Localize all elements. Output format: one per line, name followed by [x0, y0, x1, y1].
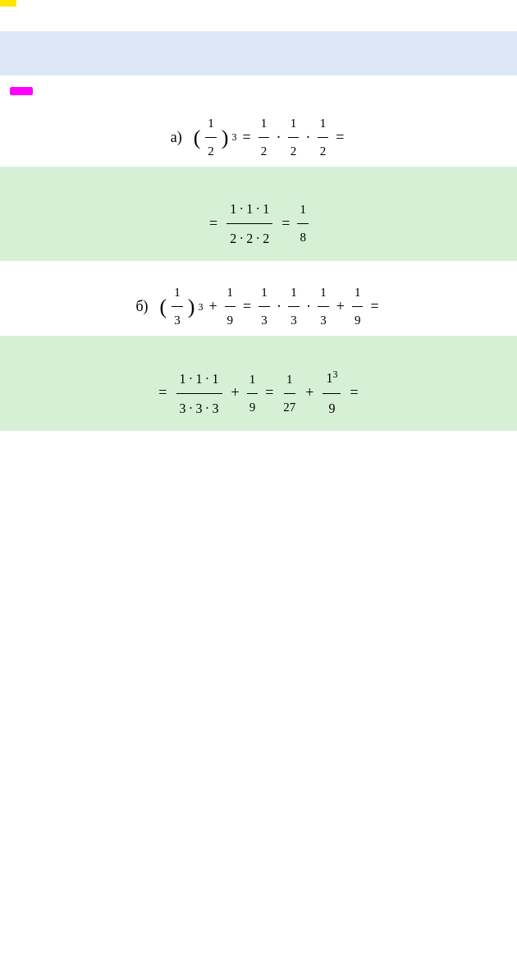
part-b-result-frac2: 1 9	[247, 366, 258, 421]
part-b-base-frac: 1 3	[172, 279, 183, 334]
part-b-result: = 1 · 1 · 1 3 · 3 · 3 + 1 9 = 1 27 + 13 …	[0, 355, 517, 431]
problem-header	[0, 0, 517, 31]
part-b-frac1: 1 3	[258, 279, 270, 334]
part-a-close-paren: )	[222, 127, 229, 149]
part-a-math-line: а) ( 1 2 ) 3 = 1 2 · 1 2 · 1 2 =	[0, 110, 517, 165]
part-a-result-line: = 1 · 1 · 1 2 · 2 · 2 = 1 8	[15, 195, 502, 253]
part-b-close-paren: )	[188, 296, 195, 318]
part-b-exponent: 3	[198, 296, 203, 318]
part-a-frac3: 1 2	[318, 110, 329, 165]
part-a-explanation	[0, 167, 517, 186]
part-a-result: = 1 · 1 · 1 2 · 2 · 2 = 1 8	[0, 186, 517, 261]
part-b-result-frac4: 13 9	[323, 364, 341, 423]
part-a-label: а)	[171, 121, 182, 154]
part-b-result-line: = 1 · 1 · 1 3 · 3 · 3 + 1 9 = 1 27 + 13 …	[15, 364, 502, 423]
part-b-open-paren: (	[160, 296, 167, 318]
part-a-result-frac1: 1 · 1 · 1 2 · 2 · 2	[226, 195, 272, 253]
part-b-label: б)	[135, 291, 148, 323]
part-b-expression: б) ( 1 3 ) 3 + 1 9 = 1 3 · 1 3 ·	[0, 272, 517, 336]
part-a-open-paren: (	[194, 127, 201, 149]
part-a-expression: а) ( 1 2 ) 3 = 1 2 · 1 2 · 1 2 =	[0, 103, 517, 167]
part-b-result-frac1: 1 · 1 · 1 3 · 3 · 3	[176, 364, 222, 423]
part-b-explanation	[0, 336, 517, 355]
part-b-plus-frac: 1 9	[225, 279, 236, 334]
theory-block	[0, 31, 517, 76]
detail-btn-container	[0, 76, 517, 103]
part-a-base-frac: 1 2	[205, 110, 217, 165]
part-b-frac4: 1 9	[352, 279, 364, 334]
part-b-math-line: б) ( 1 3 ) 3 + 1 9 = 1 3 · 1 3 ·	[0, 279, 517, 334]
part-b-result-frac3: 1 27	[281, 366, 298, 421]
part-b-frac3: 1 3	[318, 279, 329, 334]
spacer-1	[0, 261, 517, 272]
part-a-frac2: 1 2	[288, 110, 300, 165]
part-a-result-frac2: 1 8	[297, 196, 309, 251]
problem-number	[0, 0, 16, 7]
part-b-frac2: 1 3	[288, 279, 300, 334]
detail-button[interactable]	[10, 87, 33, 95]
part-a-exponent: 3	[232, 126, 237, 148]
part-a-frac1: 1 2	[258, 110, 270, 165]
